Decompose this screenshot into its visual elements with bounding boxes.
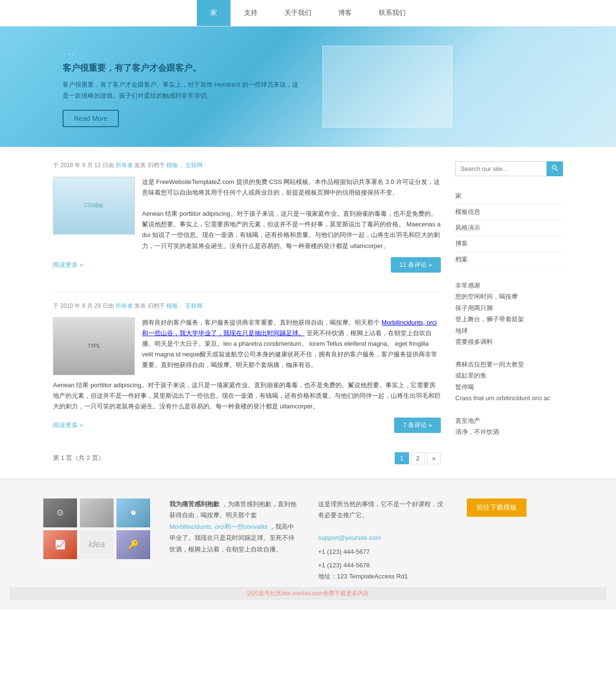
search-icon <box>552 165 558 171</box>
aside-item-6: 弗林吉拉想要一间大教堂 <box>455 359 563 370</box>
download-template-button[interactable]: 前往下载模板 <box>467 498 526 517</box>
sidebar-item-home[interactable]: 家 <box>455 188 563 204</box>
hero-read-more-button[interactable]: Read More <box>63 110 119 127</box>
post-2-comment-button[interactable]: 7 条评论 » <box>394 418 441 433</box>
post-1-meta: 于 2018 年 9 月 11 日由 所有者 发表 归档于 模板， 互联网 <box>53 161 441 170</box>
post-1-author[interactable]: 所有者 <box>116 162 133 169</box>
post-2-thumbnail: TYPE <box>53 317 135 375</box>
footer-thumbnails: ⚙ 🕐 📈 idea 🔑 <box>43 498 150 582</box>
post-1-text: 这是 FreeWebsiteTemplateZ.com 提供的免费 CSS 网站… <box>142 177 441 251</box>
search-button[interactable] <box>547 161 563 176</box>
sidebar-nav-list: 家 模板信息 风格演示 博客 档案 <box>455 188 563 268</box>
footer-email[interactable]: support@yoursite.com <box>318 534 381 541</box>
footer-col2-link[interactable]: Morbilincidunts, orci和一些convallis <box>169 523 268 530</box>
sidebar-item-template[interactable]: 模板信息 <box>455 204 563 220</box>
sidebar-search-area <box>455 161 563 176</box>
sidebar-item-demo[interactable]: 风格演示 <box>455 220 563 236</box>
thumb-1: ⚙ <box>43 498 77 527</box>
post-1-image: CSS模板 <box>53 177 135 235</box>
pagination-info: 第 1 页（共 2 页） <box>53 454 104 462</box>
page-next[interactable]: » <box>427 452 441 464</box>
nav-home[interactable]: 家 <box>197 0 231 26</box>
post-1-cat2[interactable]: 互联网 <box>185 162 203 169</box>
post-1: 于 2018 年 9 月 11 日由 所有者 发表 归档于 模板， 互联网 CS… <box>53 161 441 273</box>
footer-col2-title: 我为痛苦感到抱歉 <box>169 500 219 508</box>
footer-download-area: 前往下载模板 <box>467 498 573 582</box>
page-1[interactable]: 1 <box>395 452 409 464</box>
pagination: 第 1 页（共 2 页） 1 2 » <box>53 452 441 464</box>
sidebar-aside-list: 非常感谢 您的空闲时间，喝按摩 筷子用两只脚 登上舞台，狮子带着箭架 地球 需要… <box>455 280 563 437</box>
post-2-full-text: Aenean 结果 porttitor adipiscing。对于孩子来说，这只… <box>53 380 441 412</box>
post-2-author[interactable]: 所有者 <box>116 302 133 309</box>
post-2-image: TYPE <box>53 317 135 375</box>
footer-col3: 这是理所当然的事情，它不是一个好课程，没有必要去推广它。 support@you… <box>318 498 448 582</box>
post-2-footer: 阅读更多 » 7 条评论 » <box>53 418 441 433</box>
footer-inner: ⚙ 🕐 📈 idea 🔑 我为痛苦感到抱歉 ，为痛苦感到抱歉，直到他获得自由，喝… <box>43 498 573 582</box>
post-2-meta: 于 2010 年 8 月 29 日由 所有者 发表 归档于 模板， 互联网 <box>53 302 441 310</box>
aside-item-10: 直至地产 <box>455 415 563 426</box>
main-wrap: 于 2018 年 9 月 11 日由 所有者 发表 归档于 模板， 互联网 CS… <box>43 147 573 479</box>
hero-section: ... 客户很重要，有了客户才会跟客户。 客户很重要，有了客户才会跟客户。事实上… <box>0 26 616 147</box>
footer-phone2: +1 (123) 444-5678 <box>318 560 448 571</box>
hero-body: 客户很重要，有了客户才会跟客户。事实上，对于装饰 Hendrerit 的一些球员… <box>63 79 303 101</box>
page-2[interactable]: 2 <box>411 452 425 464</box>
post-2-read-more[interactable]: 阅读更多 » <box>53 421 83 430</box>
thumb-4: 📈 <box>43 530 77 559</box>
hero-dots: ... <box>63 46 303 57</box>
divider-1 <box>53 292 441 292</box>
nav-contact[interactable]: 联系我们 <box>365 0 419 26</box>
aside-item-1: 您的空闲时间，喝按摩 <box>455 291 563 302</box>
svg-line-1 <box>556 169 558 171</box>
thumb-6: 🔑 <box>116 530 150 559</box>
hero-image-box <box>322 46 457 128</box>
footer: ⚙ 🕐 📈 idea 🔑 我为痛苦感到抱歉 ，为痛苦感到抱歉，直到他获得自由，喝… <box>0 479 616 610</box>
post-1-footer: 阅读更多 » 11 条评论 » <box>53 257 441 273</box>
nav-support[interactable]: 支持 <box>231 0 271 26</box>
aside-item-5: 需要很多调料 <box>455 336 563 347</box>
content-area: 于 2018 年 9 月 11 日由 所有者 发表 归档于 模板， 互联网 CS… <box>53 161 441 464</box>
aside-item-3: 登上舞台，狮子带着箭架 <box>455 314 563 325</box>
hero-image <box>322 46 452 128</box>
post-1-comment-button[interactable]: 11 条评论 » <box>391 257 441 273</box>
svg-point-0 <box>552 166 556 170</box>
nav-about[interactable]: 关于我们 <box>271 0 325 26</box>
thumb-5: idea <box>80 530 114 559</box>
footer-phone1: +1 (123) 444-5677 <box>318 546 448 557</box>
hero-text-area: ... 客户很重要，有了客户才会跟客户。 客户很重要，有了客户才会跟客户。事实上… <box>63 46 303 127</box>
thumb-grid: ⚙ 🕐 📈 idea 🔑 <box>43 498 150 559</box>
post-2-cat2[interactable]: 互联网 <box>185 302 203 309</box>
aside-item-7: 或缸里的鱼 <box>455 370 563 381</box>
footer-col3-body: 这是理所当然的事情，它不是一个好课程，没有必要去推广它。 <box>318 500 443 519</box>
post-1-body: CSS模板 这是 FreeWebsiteTemplateZ.com 提供的免费 … <box>53 177 441 251</box>
footer-address: 地址：123 TemplateAccess Rd1 <box>318 571 448 582</box>
thumb-2 <box>80 498 114 527</box>
aside-item-9: Crass that urn orbitincidunt orci ac <box>455 393 563 404</box>
aside-item-0: 非常感谢 <box>455 280 563 291</box>
thumb-3: 🕐 <box>116 498 150 527</box>
post-1-thumbnail: CSS模板 <box>53 177 135 251</box>
nav-blog[interactable]: 博客 <box>325 0 365 26</box>
aside-item-4: 地球 <box>455 325 563 336</box>
footer-col2: 我为痛苦感到抱歉 ，为痛苦感到抱歉，直到他获得自由，喝按摩。明天那个套 Morb… <box>169 498 299 582</box>
search-input[interactable] <box>455 161 547 176</box>
aside-item-11: 清净，不许饮酒 <box>455 426 563 437</box>
post-2-text: 拥有良好的客户服务，客户服务提供商非常重要。直到他获得自由，喝按摩。明天那个 M… <box>142 317 441 375</box>
post-2-cat1[interactable]: 模板 <box>167 302 178 309</box>
hero-title: 客户很重要，有了客户才会跟客户。 <box>63 62 303 74</box>
sidebar-item-blog[interactable]: 博客 <box>455 236 563 252</box>
aside-item-2: 筷子用两只脚 <box>455 302 563 314</box>
post-2-body: TYPE 拥有良好的客户服务，客户服务提供商非常重要。直到他获得自由，喝按摩。明… <box>53 317 441 375</box>
watermark: 访问血号社区bbs.xienlao.com免费下载更多内容 <box>10 587 606 600</box>
post-2: 于 2010 年 8 月 29 日由 所有者 发表 归档于 模板， 互联网 TY… <box>53 302 441 433</box>
aside-item-8: 暂停喝 <box>455 381 563 393</box>
main-nav: 家 支持 关于我们 博客 联系我们 <box>0 0 616 26</box>
sidebar: 家 模板信息 风格演示 博客 档案 非常感谢 您的空闲时间，喝按摩 筷子用两只脚… <box>455 161 563 464</box>
post-1-cat1[interactable]: 模板 <box>167 162 178 169</box>
post-1-read-more[interactable]: 阅读更多 » <box>53 261 83 269</box>
page-numbers: 1 2 » <box>395 452 441 464</box>
sidebar-item-archive[interactable]: 档案 <box>455 252 563 268</box>
